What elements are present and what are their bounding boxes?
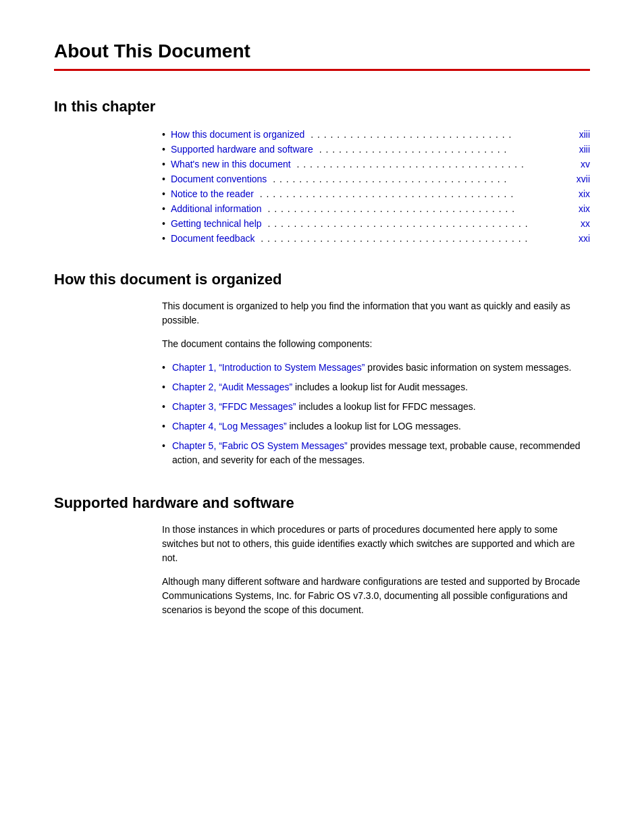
- chapter3-link[interactable]: Chapter 3, “FFDC Messages”: [172, 401, 296, 412]
- toc-page-tech-help: xx: [581, 218, 590, 229]
- list-item-ch1: Chapter 1, “Introduction to System Messa…: [162, 361, 590, 375]
- chapter4-rest: includes a lookup list for LOG messages.: [287, 421, 461, 432]
- organized-section: How this document is organized This docu…: [54, 271, 590, 467]
- toc-link-text-additional: Additional information: [171, 203, 262, 214]
- toc-item-additional: Additional information . . . . . . . . .…: [162, 203, 590, 214]
- toc-page-additional: xix: [579, 203, 590, 214]
- toc-item-organized: How this document is organized . . . . .…: [162, 129, 590, 140]
- organized-intro1: This document is organized to help you f…: [162, 299, 590, 328]
- red-divider: [54, 69, 590, 71]
- toc-heading: In this chapter: [54, 98, 590, 115]
- toc-page-feedback: xxi: [579, 233, 590, 244]
- chapter4-link[interactable]: Chapter 4, “Log Messages”: [172, 421, 287, 432]
- list-item-ch4: Chapter 4, “Log Messages” includes a loo…: [162, 419, 590, 434]
- toc-link-text-organized: How this document is organized: [171, 129, 304, 140]
- toc-page-whats-new: xv: [581, 159, 590, 170]
- organized-heading: How this document is organized: [54, 271, 590, 288]
- hardware-para2: Although many different software and har…: [162, 575, 590, 617]
- toc-item-tech-help: Getting technical help . . . . . . . . .…: [162, 218, 590, 229]
- toc-link-text-feedback: Document feedback: [171, 233, 255, 244]
- list-item-ch5: Chapter 5, “Fabric OS System Messages” p…: [162, 439, 590, 467]
- chapter1-rest: provides basic information on system mes…: [365, 362, 571, 373]
- toc-link-additional[interactable]: Additional information . . . . . . . . .…: [171, 203, 590, 214]
- toc-item-conventions: Document conventions . . . . . . . . . .…: [162, 174, 590, 184]
- toc-page-hardware: xiii: [579, 144, 590, 155]
- chapter2-link[interactable]: Chapter 2, “Audit Messages”: [172, 382, 292, 392]
- toc-link-feedback[interactable]: Document feedback . . . . . . . . . . . …: [171, 233, 590, 244]
- list-item-ch2: Chapter 2, “Audit Messages” includes a l…: [162, 380, 590, 394]
- organized-body: This document is organized to help you f…: [162, 299, 590, 467]
- hardware-heading: Supported hardware and software: [54, 494, 590, 512]
- toc-item-feedback: Document feedback . . . . . . . . . . . …: [162, 233, 590, 244]
- toc-list: How this document is organized . . . . .…: [162, 129, 590, 244]
- toc-link-organized[interactable]: How this document is organized . . . . .…: [171, 129, 590, 140]
- toc-link-hardware[interactable]: Supported hardware and software . . . . …: [171, 144, 590, 155]
- toc-item-hardware: Supported hardware and software . . . . …: [162, 144, 590, 155]
- toc-page-notice: xix: [579, 188, 590, 199]
- toc-page-conventions: xvii: [576, 174, 590, 184]
- page-title: About This Document: [54, 41, 590, 62]
- toc-link-notice[interactable]: Notice to the reader . . . . . . . . . .…: [171, 188, 590, 199]
- hardware-section: Supported hardware and software In those…: [54, 494, 590, 617]
- toc-link-text-whats-new: What's new in this document: [171, 159, 291, 170]
- toc-section: In this chapter How this document is org…: [54, 98, 590, 244]
- chapter5-link[interactable]: Chapter 5, “Fabric OS System Messages”: [172, 440, 348, 451]
- toc-link-text-conventions: Document conventions: [171, 174, 267, 184]
- toc-link-conventions[interactable]: Document conventions . . . . . . . . . .…: [171, 174, 590, 184]
- list-item-ch3: Chapter 3, “FFDC Messages” includes a lo…: [162, 400, 590, 414]
- toc-link-text-hardware: Supported hardware and software: [171, 144, 313, 155]
- toc-link-text-notice: Notice to the reader: [171, 188, 254, 199]
- hardware-para1: In those instances in which procedures o…: [162, 523, 590, 565]
- toc-item-notice: Notice to the reader . . . . . . . . . .…: [162, 188, 590, 199]
- organized-list: Chapter 1, “Introduction to System Messa…: [162, 361, 590, 467]
- toc-link-text-tech-help: Getting technical help: [171, 218, 262, 229]
- toc-item-whats-new: What's new in this document . . . . . . …: [162, 159, 590, 170]
- toc-page-organized: xiii: [579, 129, 590, 140]
- chapter3-rest: includes a lookup list for FFDC messages…: [296, 401, 476, 412]
- organized-intro2: The document contains the following comp…: [162, 337, 590, 351]
- chapter2-rest: includes a lookup list for Audit message…: [292, 382, 468, 392]
- chapter1-link[interactable]: Chapter 1, “Introduction to System Messa…: [172, 362, 365, 373]
- toc-link-whats-new[interactable]: What's new in this document . . . . . . …: [171, 159, 590, 170]
- toc-link-tech-help[interactable]: Getting technical help . . . . . . . . .…: [171, 218, 590, 229]
- hardware-body: In those instances in which procedures o…: [162, 523, 590, 617]
